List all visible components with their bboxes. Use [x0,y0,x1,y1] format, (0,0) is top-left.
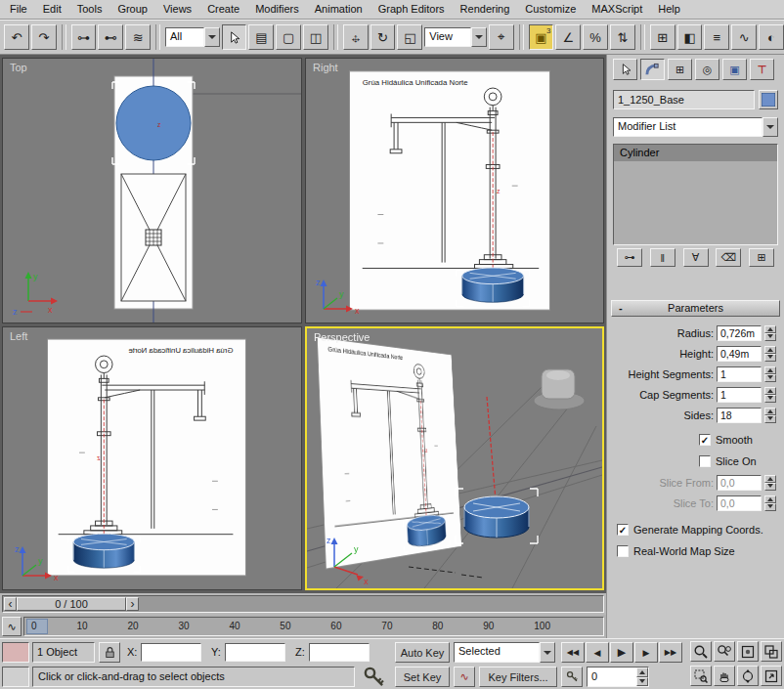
z-coordinate-field[interactable] [309,643,370,662]
arc-rotate-button[interactable] [737,666,759,686]
percent-snap-button[interactable]: % [583,24,608,50]
align-button[interactable]: ≡ [704,24,729,50]
zoom-button[interactable] [690,641,712,662]
menu-animation[interactable]: Animation [307,0,370,19]
remove-modifier-button[interactable]: ⌫ [716,248,741,267]
key-selection-dropdown[interactable]: Selected [454,642,555,663]
viewport-left-label[interactable]: Left [10,330,27,342]
modifier-stack-item-cylinder[interactable]: Cylinder [614,145,777,161]
height-field[interactable]: 0,49m [717,346,762,362]
viewport-perspective-label[interactable]: Perspective [314,331,370,343]
current-frame-spinner[interactable] [636,667,648,686]
bind-to-space-warp-button[interactable]: ≋ [125,24,151,50]
mirror-button[interactable]: ◧ [677,24,703,50]
next-frame-button[interactable]: ▶ [634,642,658,663]
menu-help[interactable]: Help [650,0,688,19]
undo-button[interactable]: ↶ [4,24,29,50]
tab-hierarchy[interactable]: ⊞ [668,59,692,80]
slice-on-checkbox[interactable] [699,455,711,467]
menu-views[interactable]: Views [155,0,199,19]
height-segments-field[interactable]: 1 [717,366,762,382]
chevron-down-icon[interactable] [471,27,487,47]
make-unique-button[interactable]: ∀ [683,248,709,267]
select-and-scale-button[interactable]: ◱ [397,24,422,50]
modifier-list-dropdown[interactable]: Modifier List [613,117,778,137]
play-animation-button[interactable]: ▶ [610,642,633,663]
object-color-swatch[interactable] [759,90,778,109]
go-to-start-button[interactable]: ◀◀ [561,642,585,663]
chevron-down-icon[interactable] [762,117,778,137]
track-bar[interactable]: ∿ 0 10 20 30 40 50 60 70 80 90 100 [0,615,606,638]
menu-rendering[interactable]: Rendering [453,0,518,19]
height-spinner[interactable] [764,346,776,362]
zoom-all-button[interactable] [714,641,735,662]
menu-maxscript[interactable]: MAXScript [584,0,650,19]
angle-snap-button[interactable]: ∠ [555,24,581,50]
menu-edit[interactable]: Edit [35,0,69,19]
unlink-selection-button[interactable]: ⊷ [98,24,123,50]
select-and-rotate-button[interactable]: ↻ [370,24,396,50]
sides-spinner[interactable] [764,408,776,423]
select-object-button[interactable] [222,24,247,50]
default-in-out-tangents-button[interactable]: ∿ [454,667,475,687]
mini-curve-editor-button[interactable]: ∿ [2,617,22,636]
select-and-move-button[interactable]: ↔↕ [343,24,369,50]
tab-motion[interactable]: ◎ [695,59,719,80]
use-pivot-center-button[interactable]: ⌖ [489,24,514,50]
generate-mapping-coords-checkbox[interactable]: ✓ [617,524,629,536]
selection-filter-dropdown[interactable]: All [165,27,220,47]
menu-graph-editors[interactable]: Graph Editors [370,0,453,19]
viewport-right-label[interactable]: Right [313,62,338,73]
window-crossing-toggle-button[interactable]: ◫ [303,24,328,50]
chevron-down-icon[interactable] [204,27,220,47]
auto-key-button[interactable]: Auto Key [395,642,450,663]
radius-spinner[interactable] [764,325,776,341]
zoom-region-button[interactable] [690,666,712,686]
viewport-top[interactable]: z y x [2,58,302,323]
named-selection-sets-button[interactable]: ⊞ [650,24,675,50]
snaps-toggle-button[interactable]: ▣ 3 [529,24,554,50]
viewport-top-label[interactable]: Top [10,62,27,73]
menu-create[interactable]: Create [199,0,247,19]
min-max-toggle-button[interactable] [761,666,782,686]
object-name-field[interactable]: 1_1250_Base [613,90,755,109]
tab-display[interactable]: ▣ [722,59,747,80]
pan-view-button[interactable] [714,666,735,686]
go-to-end-button[interactable]: ▶▶ [659,642,682,663]
cap-segments-field[interactable]: 1 [717,387,762,403]
time-slider-prev-button[interactable]: ‹ [4,597,17,611]
tab-modify[interactable] [640,59,665,80]
menu-file[interactable]: File [2,0,35,19]
reference-coordinate-dropdown[interactable]: View [424,27,487,47]
current-frame-field[interactable]: 0 [587,667,649,687]
rectangular-selection-region-button[interactable]: ▢ [276,24,301,50]
x-coordinate-field[interactable] [141,643,201,662]
time-slider-next-button[interactable]: › [126,597,139,611]
spinner-snap-button[interactable]: ⇅ [610,24,635,50]
show-end-result-button[interactable]: ‖ [650,248,675,267]
radius-field[interactable]: 0,726m [717,325,762,341]
viewport-left[interactable]: z x y Left [2,326,302,590]
smooth-checkbox[interactable]: ✓ [699,434,711,446]
time-slider-handle[interactable]: 0 / 100 [17,597,126,611]
chevron-down-icon[interactable] [540,642,555,663]
set-keys-button[interactable] [360,665,389,689]
select-by-name-button[interactable]: ▤ [248,24,274,50]
selection-lock-toggle[interactable] [99,642,120,663]
menu-group[interactable]: Group [109,0,155,19]
maxscript-macro-recorder[interactable] [2,642,29,663]
sides-field[interactable]: 18 [717,408,762,423]
menu-customize[interactable]: Customize [517,0,584,19]
menu-tools[interactable]: Tools [69,0,110,19]
real-world-map-size-checkbox[interactable] [617,545,629,557]
curve-editor-button[interactable]: ∿ [731,24,757,50]
zoom-extents-all-button[interactable] [761,641,782,662]
maxscript-mini-listener[interactable] [2,667,29,687]
previous-frame-button[interactable]: ◀ [586,642,609,663]
zoom-extents-button[interactable] [737,641,759,662]
material-editor-button[interactable]: ◐ [759,24,784,50]
key-mode-toggle-button[interactable] [561,667,583,687]
set-key-toggle-button[interactable]: Set Key [395,667,450,687]
cap-segments-spinner[interactable] [764,387,776,403]
modifier-stack-list[interactable]: Cylinder [613,144,778,245]
